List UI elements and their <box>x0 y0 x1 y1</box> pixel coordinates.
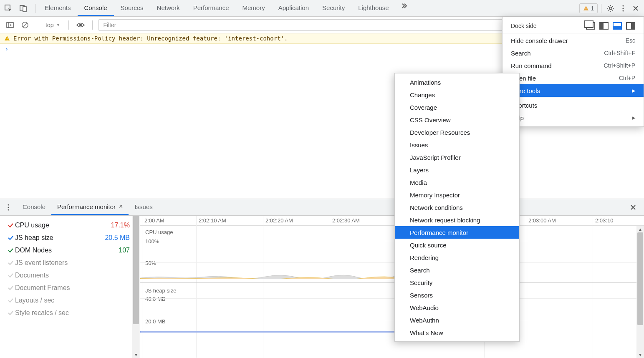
menu-open-file[interactable]: Open file Ctrl+P <box>503 72 644 84</box>
submenu-item[interactable]: Quick source <box>395 239 519 251</box>
more-tabs-icon[interactable] <box>398 0 410 12</box>
metric-row[interactable]: JS heap size20.5 MB <box>6 232 130 244</box>
metric-row[interactable]: JS event listeners <box>6 257 130 269</box>
metric-row[interactable]: Documents <box>6 269 130 282</box>
kebab-menu-icon[interactable] <box>617 3 629 14</box>
metric-row[interactable]: CPU usage17.1% <box>6 219 130 232</box>
dock-left-icon[interactable] <box>599 22 609 30</box>
scroll-up-icon[interactable]: ▲ <box>636 226 644 232</box>
check-icon <box>6 247 15 254</box>
caret-down-icon: ▼ <box>56 23 60 27</box>
metric-name: CPU usage <box>15 222 111 229</box>
menu-run-command[interactable]: Run command Ctrl+Shift+P <box>503 59 644 72</box>
tab-console[interactable]: Console <box>78 0 114 16</box>
scrollbar[interactable]: ▼ <box>132 216 140 351</box>
tab-sources[interactable]: Sources <box>114 0 150 16</box>
submenu-item[interactable]: Performance monitor <box>395 226 519 239</box>
menu-shortcuts[interactable]: Shortcuts <box>503 99 644 111</box>
svg-rect-13 <box>7 40 8 40</box>
device-toolbar-icon[interactable] <box>18 3 29 14</box>
svg-point-14 <box>8 204 9 205</box>
live-expression-icon[interactable] <box>75 19 86 31</box>
check-icon <box>6 234 15 241</box>
tab-elements[interactable]: Elements <box>38 0 78 16</box>
metric-row[interactable]: Style recalcs / sec <box>6 307 130 319</box>
metric-row[interactable]: Layouts / sec <box>6 294 130 307</box>
menu-help[interactable]: Help ▶ <box>503 111 644 124</box>
close-devtools-icon[interactable] <box>630 3 641 14</box>
submenu-item[interactable]: Search <box>395 264 519 276</box>
submenu-item[interactable]: CSS Overview <box>395 113 519 126</box>
panel-tabs: Elements Console Sources Network Perform… <box>38 0 410 16</box>
submenu-item[interactable]: Network request blocking <box>395 214 519 226</box>
warning-count: 1 <box>591 5 594 12</box>
issues-badge[interactable]: 1 <box>579 3 598 13</box>
drawer-tabbar: Console Performance monitor × Issues <box>0 199 644 216</box>
submenu-item[interactable]: JavaScript Profiler <box>395 151 519 164</box>
check-icon <box>6 310 15 316</box>
submenu-item[interactable]: Memory Inspector <box>395 189 519 201</box>
drawer-tab-performance-monitor[interactable]: Performance monitor × <box>51 199 129 215</box>
time-tick: 2:02:30 AM <box>332 217 360 224</box>
submenu-item[interactable]: Security <box>395 276 519 289</box>
scrollbar-thumb[interactable] <box>133 216 139 324</box>
scrollbar-thumb[interactable] <box>637 232 643 325</box>
menu-shortcut: Esc <box>626 37 635 44</box>
close-drawer-icon[interactable] <box>627 202 639 213</box>
metric-value: 20.5 MB <box>105 234 130 242</box>
drawer-tab-issues[interactable]: Issues <box>129 199 158 215</box>
close-tab-icon[interactable]: × <box>119 203 123 210</box>
menu-shortcut: Ctrl+Shift+F <box>604 50 635 56</box>
clear-console-icon[interactable] <box>19 19 31 31</box>
check-icon <box>6 297 15 304</box>
scroll-down-icon[interactable]: ▼ <box>636 351 644 358</box>
menu-label: Search <box>511 50 531 57</box>
menu-hide-console-drawer[interactable]: Hide console drawer Esc <box>503 34 644 47</box>
submenu-item[interactable]: Network conditions <box>395 201 519 214</box>
dock-bottom-icon[interactable] <box>613 22 622 30</box>
drawer-tab-label: Performance monitor <box>57 203 116 210</box>
settings-gear-icon[interactable] <box>605 3 616 14</box>
inspect-element-icon[interactable] <box>3 3 14 14</box>
submenu-item[interactable]: Media <box>395 176 519 189</box>
scroll-down-icon[interactable]: ▼ <box>132 351 140 358</box>
dock-right-icon[interactable] <box>626 22 635 30</box>
scrollbar[interactable]: ▲ ▼ <box>636 226 644 358</box>
drawer-tab-console[interactable]: Console <box>17 199 51 215</box>
metric-row[interactable]: DOM Nodes107 <box>6 244 130 257</box>
tab-memory[interactable]: Memory <box>236 0 272 16</box>
drawer-kebab-icon[interactable] <box>3 202 14 213</box>
submenu-item[interactable]: Animations <box>395 76 519 88</box>
submenu-item[interactable]: Coverage <box>395 101 519 113</box>
metric-row[interactable]: Document Frames <box>6 282 130 294</box>
submenu-item[interactable]: Layers <box>395 164 519 176</box>
dock-undock-icon[interactable] <box>586 22 595 30</box>
check-icon <box>6 222 15 229</box>
svg-rect-3 <box>586 8 586 9</box>
tab-security[interactable]: Security <box>316 0 351 16</box>
svg-rect-12 <box>7 38 8 39</box>
tab-performance[interactable]: Performance <box>187 0 236 16</box>
submenu-item[interactable]: Issues <box>395 139 519 151</box>
submenu-item[interactable]: Changes <box>395 88 519 101</box>
metric-name: Style recalcs / sec <box>15 309 130 317</box>
menu-label: Run command <box>511 62 552 69</box>
svg-rect-2 <box>23 7 26 12</box>
context-selector[interactable]: top ▼ <box>43 22 63 28</box>
tab-application[interactable]: Application <box>272 0 316 16</box>
submenu-item[interactable]: What's New <box>395 326 519 339</box>
submenu-item[interactable]: WebAuthn <box>395 314 519 326</box>
time-tick: 2:03:00 AM <box>528 217 556 224</box>
dock-side-label: Dock side <box>511 23 536 29</box>
submenu-item[interactable]: Rendering <box>395 251 519 264</box>
submenu-item[interactable]: Developer Resources <box>395 126 519 139</box>
submenu-item[interactable]: WebAudio <box>395 301 519 314</box>
menu-more-tools[interactable]: More tools ▶ <box>503 84 644 97</box>
tab-network[interactable]: Network <box>150 0 187 16</box>
check-icon <box>6 285 15 291</box>
sidebar-toggle-icon[interactable] <box>4 19 16 31</box>
tab-lighthouse[interactable]: Lighthouse <box>351 0 395 16</box>
menu-search[interactable]: Search Ctrl+Shift+F <box>503 47 644 59</box>
submenu-item[interactable]: Sensors <box>395 289 519 301</box>
warning-icon <box>4 35 10 41</box>
